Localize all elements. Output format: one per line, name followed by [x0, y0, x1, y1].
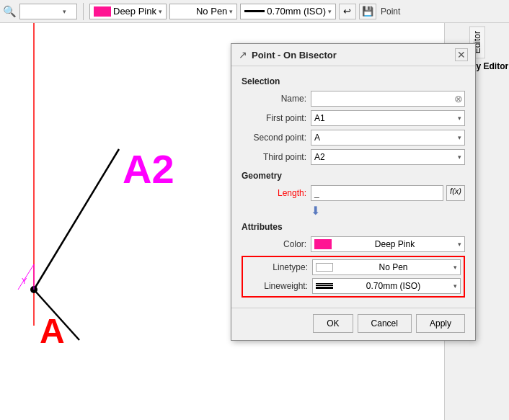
second-point-row: Second point: A ▾: [242, 130, 465, 146]
label-a: A: [40, 311, 65, 351]
fx-button[interactable]: f(x): [446, 185, 465, 201]
color-attr-select[interactable]: Deep Pink ▾: [311, 236, 465, 252]
color-label: Deep Pink: [113, 6, 156, 17]
point-bisector-dialog[interactable]: ↗ Point - On Bisector ✕ Selection Name: …: [231, 43, 476, 341]
down-arrow-row: ⬇: [242, 204, 465, 218]
lineweight-icon: [316, 283, 333, 289]
attributes-section-label: Attributes: [242, 222, 465, 232]
divider-1: [83, 3, 84, 20]
name-label: Name:: [242, 94, 306, 104]
lineweight-dropdown[interactable]: 0.70mm (ISO) ▾: [240, 4, 336, 19]
dialog-close-button[interactable]: ✕: [455, 48, 468, 61]
color-attr-label: Color:: [242, 239, 306, 249]
first-point-select[interactable]: A1 ▾: [311, 110, 465, 126]
third-point-value: A2: [314, 152, 325, 162]
back-button[interactable]: ↩: [339, 4, 356, 19]
color-attr-row: Color: Deep Pink ▾: [242, 236, 465, 252]
lineweight-attr-label: Lineweight:: [246, 281, 308, 291]
first-point-value: A1: [314, 113, 325, 123]
color-arrow: ▾: [159, 8, 162, 15]
label-a2: A2: [123, 146, 174, 192]
second-point-arrow: ▾: [458, 134, 461, 141]
toolbar-left: 🔍 A ▾: [3, 4, 77, 19]
length-value: _: [314, 188, 319, 198]
first-point-label: First point:: [242, 113, 306, 123]
cancel-button[interactable]: Cancel: [358, 314, 412, 333]
first-point-arrow: ▾: [458, 115, 461, 122]
ok-button[interactable]: OK: [313, 314, 353, 333]
color-dropdown[interactable]: Deep Pink ▾: [89, 4, 167, 19]
search-input[interactable]: A: [23, 6, 63, 17]
dropdown-arrow[interactable]: ▾: [63, 8, 66, 15]
lineweight-label: 0.70mm (ISO): [267, 6, 326, 17]
linetype-dropdown[interactable]: No Pen ▾: [169, 4, 237, 19]
color-swatch-attr: [314, 239, 332, 249]
lineweight-attr-select[interactable]: 0.70mm (ISO) ▾: [312, 278, 461, 294]
linetype-attr-arrow: ▾: [453, 264, 457, 271]
second-point-select[interactable]: A ▾: [311, 130, 465, 146]
svg-line-1: [34, 149, 119, 290]
lineweight-attr-arrow: ▾: [453, 282, 457, 290]
first-point-row: First point: A1 ▾: [242, 110, 465, 126]
color-swatch: [94, 6, 111, 17]
second-point-label: Second point:: [242, 133, 306, 143]
down-arrow-icon[interactable]: ⬇: [311, 204, 320, 218]
dialog-icon: ↗: [239, 49, 247, 61]
linetype-attr-select[interactable]: No Pen ▾: [312, 259, 461, 275]
dialog-footer: OK Cancel Apply: [231, 308, 475, 340]
dialog-titlebar: ↗ Point - On Bisector ✕: [231, 44, 475, 66]
lineweight-attr-row: Lineweight: 0.70mm (ISO) ▾: [246, 278, 461, 294]
toolbar: 🔍 A ▾ Deep Pink ▾ No Pen ▾ 0.70mm (ISO) …: [0, 0, 509, 23]
linetype-arrow: ▾: [229, 8, 233, 15]
third-point-row: Third point: A2 ▾: [242, 149, 465, 165]
name-row: Name: A3 ⊗: [242, 91, 465, 107]
linetype-label: No Pen: [196, 6, 227, 17]
name-input[interactable]: A3: [314, 94, 461, 104]
color-attr-value: Deep Pink: [375, 239, 415, 249]
geometry-section-label: Geometry: [242, 171, 465, 181]
linetype-attr-label: Linetype:: [246, 262, 308, 272]
name-input-container[interactable]: A3 ⊗: [311, 91, 465, 107]
length-row: Length: _ f(x): [242, 185, 465, 201]
third-point-label: Third point:: [242, 152, 306, 162]
highlighted-attributes: Linetype: No Pen ▾ Lineweight:: [242, 256, 465, 298]
dialog-body: Selection Name: A3 ⊗ First point: A1 ▾ S…: [231, 66, 475, 308]
search-box[interactable]: A ▾: [19, 4, 77, 19]
third-point-arrow: ▾: [458, 153, 461, 161]
lineweight-attr-value: 0.70mm (ISO): [366, 281, 420, 291]
apply-button[interactable]: Apply: [416, 314, 465, 333]
color-attr-arrow: ▾: [458, 241, 461, 248]
clear-name-button[interactable]: ⊗: [454, 93, 463, 104]
point-label: Point: [379, 6, 400, 17]
save-button[interactable]: 💾: [359, 4, 376, 19]
linetype-preview: [174, 11, 194, 12]
label-y: Y: [22, 277, 27, 285]
length-label: Length:: [242, 188, 306, 198]
dialog-title: Point - On Bisector: [252, 50, 451, 61]
linetype-attr-row: Linetype: No Pen ▾: [246, 259, 461, 275]
lineweight-preview: [244, 10, 265, 12]
selection-section-label: Selection: [242, 76, 465, 86]
linetype-attr-value: No Pen: [379, 262, 407, 272]
third-point-select[interactable]: A2 ▾: [311, 149, 465, 165]
linetype-box: [316, 263, 333, 272]
lineweight-arrow: ▾: [328, 8, 332, 15]
search-icon: 🔍: [3, 5, 17, 18]
length-input[interactable]: _: [311, 185, 443, 201]
second-point-value: A: [314, 133, 320, 143]
